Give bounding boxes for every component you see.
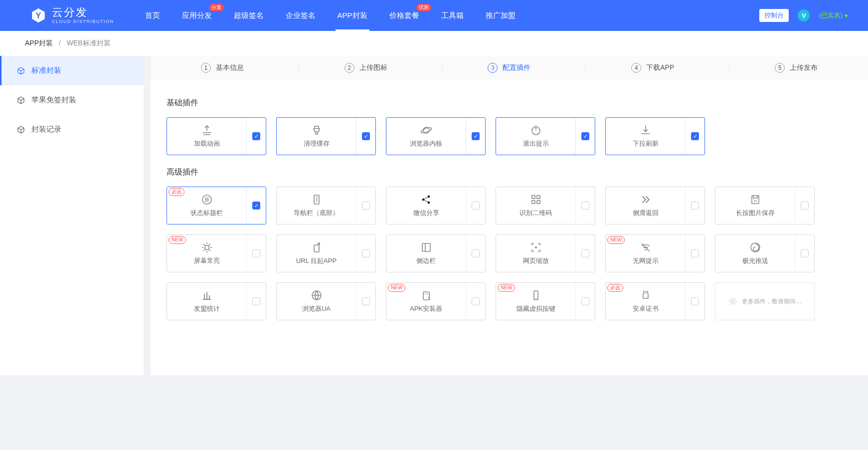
plugin-tag: NEW: [498, 284, 515, 292]
logo[interactable]: Y 云分发 CLOUD DISTRIBUTION: [30, 7, 114, 24]
nav-item-6[interactable]: 工具箱: [430, 0, 475, 31]
step-4[interactable]: 4下载APP: [581, 56, 724, 80]
menu-circle-icon: [201, 194, 213, 206]
plugin-label: 加载动画: [194, 139, 220, 148]
nav-item-7[interactable]: 推广加盟: [475, 0, 526, 31]
plugin-checkbox[interactable]: [691, 249, 699, 257]
plugin-tag: NEW: [607, 236, 625, 244]
chevron-down-icon: ▾: [845, 12, 848, 19]
plugin-tag: 必选: [169, 188, 184, 196]
plugin-checkbox[interactable]: [252, 249, 260, 257]
brand-name-en: CLOUD DISTRIBUTION: [52, 19, 114, 24]
plugin-card[interactable]: NEW隐藏虚拟按键: [496, 282, 595, 320]
nav-item-4[interactable]: APP封装: [327, 0, 378, 31]
upload-icon: [201, 124, 213, 136]
breadcrumb-item: WEB标准封装: [67, 39, 111, 47]
plugin-card[interactable]: 加载动画: [167, 117, 266, 155]
nav-item-2[interactable]: 超级签名: [223, 0, 275, 31]
gear-icon: [728, 296, 738, 306]
plugin-checkbox[interactable]: [472, 249, 480, 257]
plugin-card[interactable]: 浏览器内核: [386, 117, 486, 155]
plugin-label: 网页缩放: [523, 256, 549, 265]
plugin-card[interactable]: 必选状态标题栏: [167, 187, 266, 225]
plugin-checkbox[interactable]: [691, 202, 699, 210]
verified-dropdown[interactable]: (已实名) ▾: [819, 11, 848, 20]
plugin-checkbox[interactable]: [691, 297, 699, 305]
sidebar-item-1[interactable]: 苹果免签封装: [0, 85, 144, 115]
nav-item-label: 应用分发: [182, 11, 212, 20]
plugin-card[interactable]: URL 拉起APP: [276, 234, 376, 272]
nav-item-3[interactable]: 企业签名: [275, 0, 327, 31]
nav-item-label: 超级签名: [234, 11, 264, 20]
plugin-card[interactable]: 网页缩放: [496, 234, 595, 272]
plugin-checkbox[interactable]: [801, 249, 809, 257]
plugin-checkbox[interactable]: [362, 202, 370, 210]
plugin-card[interactable]: 微信分享: [386, 187, 486, 225]
plugin-card[interactable]: 长按图片保存: [715, 187, 815, 225]
nav-item-0[interactable]: 首页: [134, 0, 171, 31]
plugin-card[interactable]: 清理缓存: [276, 117, 376, 155]
plugin-checkbox[interactable]: [691, 132, 699, 140]
planet-icon: [420, 124, 432, 136]
cube-icon: [16, 125, 25, 134]
plugin-checkbox[interactable]: [252, 297, 260, 305]
brand-name-cn: 云分发: [52, 7, 114, 18]
sidebar-item-label: 封装记录: [31, 125, 61, 134]
plugin-checkbox[interactable]: [581, 202, 589, 210]
plugin-checkbox[interactable]: [472, 132, 480, 140]
sun-icon: [201, 241, 213, 253]
step-number: 3: [488, 63, 498, 73]
nav-item-5[interactable]: 价格套餐优惠: [378, 0, 430, 31]
plugin-card[interactable]: NEWAPK安装器: [386, 282, 486, 320]
plugin-label: 极光推送: [742, 256, 768, 265]
sidebar-item-2[interactable]: 封装记录: [0, 115, 144, 144]
plugin-card[interactable]: 浏览器UA: [276, 282, 376, 320]
plugin-checkbox[interactable]: [362, 132, 370, 140]
step-5[interactable]: 5上传发布: [724, 56, 868, 80]
nav-item-1[interactable]: 应用分发分发: [171, 0, 223, 31]
plugin-card[interactable]: NEW无网提示: [605, 234, 705, 272]
step-label: 上传图标: [359, 63, 387, 72]
plugin-card[interactable]: 识别二维码: [496, 187, 595, 225]
plugin-label: 隐藏虚拟按键: [517, 304, 555, 313]
plugin-card[interactable]: 必选安卓证书: [605, 282, 705, 320]
step-1[interactable]: 1基本信息: [151, 56, 294, 80]
sidebar-item-0[interactable]: 标准封装: [0, 56, 144, 85]
plugin-card[interactable]: 导航栏（底部）: [276, 187, 376, 225]
plugin-placeholder: 更多插件，敬请期待…: [715, 282, 815, 320]
plugin-checkbox[interactable]: [581, 132, 589, 140]
qr-icon: [530, 194, 542, 206]
plugin-checkbox[interactable]: [801, 202, 809, 210]
plugin-card[interactable]: 友盟统计: [167, 282, 266, 320]
plugin-checkbox[interactable]: [581, 297, 589, 305]
plugin-checkbox[interactable]: [472, 202, 480, 210]
globe-grid-icon: [311, 289, 323, 301]
step-3[interactable]: 3配置插件: [438, 56, 581, 80]
nav-item-label: 价格套餐: [389, 11, 419, 20]
plugin-card[interactable]: 侧滑返回: [605, 187, 705, 225]
plugin-checkbox[interactable]: [581, 249, 589, 257]
plugin-card[interactable]: 侧边栏: [386, 234, 486, 272]
phone-icon: [530, 289, 542, 301]
plugin-card[interactable]: NEW屏幕常亮: [167, 234, 266, 272]
avatar-icon[interactable]: V: [798, 9, 810, 21]
plugin-checkbox[interactable]: [252, 202, 260, 210]
plugin-checkbox[interactable]: [362, 249, 370, 257]
nav-badge: 分发: [209, 4, 224, 11]
plugin-checkbox[interactable]: [472, 297, 480, 305]
breadcrumb-item[interactable]: APP封装: [25, 39, 53, 47]
swirl-icon: [749, 241, 761, 253]
logo-icon: Y: [30, 7, 47, 24]
plugin-label: 侧边栏: [416, 256, 436, 265]
plugin-card[interactable]: 下拉刷新: [605, 117, 705, 155]
console-button[interactable]: 控制台: [759, 9, 789, 22]
plugin-checkbox[interactable]: [362, 297, 370, 305]
step-2[interactable]: 2上传图标: [294, 56, 438, 80]
plugin-card[interactable]: 退出提示: [496, 117, 595, 155]
link-up-icon: [311, 241, 323, 253]
breadcrumb: APP封装 / WEB标准封装: [0, 31, 868, 56]
plugin-card[interactable]: 极光推送: [715, 234, 815, 272]
cube-icon: [16, 96, 25, 105]
step-label: 下载APP: [646, 63, 674, 72]
plugin-checkbox[interactable]: [252, 132, 260, 140]
